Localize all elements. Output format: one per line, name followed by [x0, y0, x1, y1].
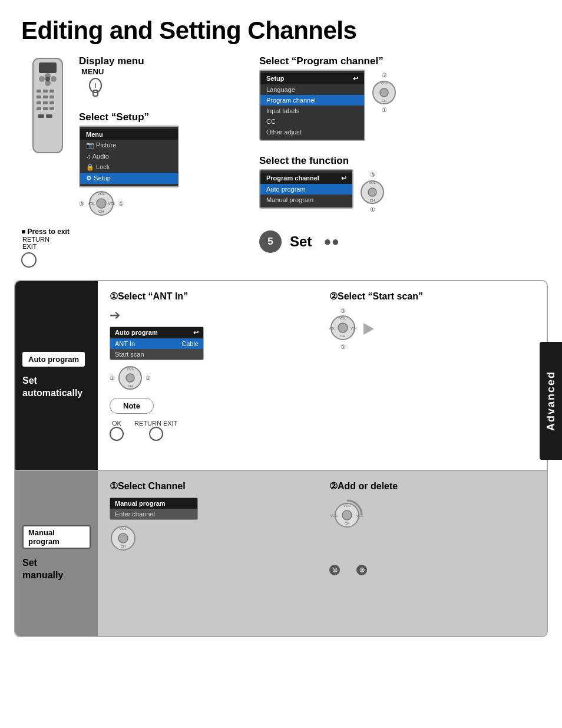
cursor-icon — [85, 77, 144, 101]
top-right: Select “Program channel” Setup ↩ Languag… — [259, 55, 530, 269]
svg-text:CH: CH — [345, 522, 350, 525]
program-channel-label: Select “Program channel” — [259, 55, 530, 67]
auto-step1: ①Select “ANT In” ➔ Auto program ↩ ANT In… — [110, 291, 315, 460]
svg-text:VOL: VOL — [356, 514, 364, 518]
manual-content: ①Select Channel Manual program Enter cha… — [98, 471, 547, 636]
manual-label-col: Manual program Setmanually — [15, 471, 98, 636]
dial-function: ③ VOL CH ① — [359, 172, 385, 213]
svg-point-6 — [45, 77, 50, 81]
bottom-section: Auto program Setautomatically ①Select “A… — [14, 280, 548, 637]
auto-step2-content: ③ VOL CH VOL VOL ① — [329, 308, 535, 350]
svg-point-2 — [39, 76, 45, 82]
svg-rect-1 — [39, 62, 57, 73]
svg-text:CH: CH — [121, 545, 126, 548]
auto-program-desc: Setautomatically — [22, 375, 82, 400]
top-left: Display menu MENU — [21, 55, 245, 269]
svg-rect-18 — [49, 107, 54, 110]
manual-circle-1: ① — [329, 565, 340, 575]
svg-text:VOL: VOL — [88, 202, 95, 206]
svg-point-35 — [368, 188, 376, 196]
dots-decoration: ●● — [323, 234, 339, 249]
svg-point-43 — [338, 323, 348, 332]
svg-rect-13 — [37, 101, 41, 104]
return-btn-circle — [149, 427, 163, 441]
svg-rect-19 — [38, 114, 44, 118]
manual-menu-title: Manual program — [110, 498, 197, 509]
svg-text:VOL: VOL — [120, 527, 127, 531]
ant-arrow: ➔ — [110, 308, 315, 323]
page-title: Editing and Setting Channels — [0, 0, 562, 55]
menu-item-auto-program: Auto program — [260, 184, 352, 195]
svg-point-25 — [97, 199, 106, 208]
exit-label: EXIT — [22, 243, 245, 250]
dial-setup: ③ VOL CH VOL VOL ① — [79, 190, 179, 217]
svg-text:VOL: VOL — [369, 181, 376, 185]
set-label: Set — [290, 233, 312, 250]
advanced-sidebar: Advanced — [540, 342, 562, 460]
manual-step1: ①Select Channel Manual program Enter cha… — [110, 480, 315, 627]
menu-ui-setup: Menu 📷 Picture ♫ Audio 🔒 Lock — [79, 126, 179, 187]
svg-rect-11 — [43, 95, 48, 98]
svg-text:CH: CH — [382, 99, 387, 103]
manual-program-badge: Manual program — [22, 525, 91, 549]
ok-btn-label: OK — [110, 420, 124, 427]
svg-text:VOL: VOL — [330, 514, 338, 518]
svg-text:CH: CH — [370, 199, 375, 202]
press-exit-label: ■ Press to exit — [21, 228, 245, 236]
svg-text:VOL: VOL — [339, 317, 347, 320]
menu-sublabel: MENU — [81, 67, 144, 76]
svg-point-4 — [51, 76, 57, 82]
step-select-setup: Select “Setup” Menu 📷 Picture ♫ Audio — [79, 111, 179, 217]
svg-rect-12 — [49, 95, 54, 98]
svg-point-31 — [380, 88, 388, 97]
menu-item-input-labels: Input labels — [260, 106, 364, 116]
manual-circles-row: ① ② — [329, 565, 535, 575]
note-box: Note — [110, 398, 154, 414]
step-blocks-left: Display menu MENU — [79, 55, 179, 217]
menu-item-setup: ⚙ Setup — [80, 173, 178, 184]
auto-program-badge: Auto program — [22, 352, 85, 367]
press-to-exit: ■ Press to exit RETURN EXIT — [21, 228, 245, 269]
manual-program-section: Manual program Setmanually ①Select Chann… — [15, 471, 547, 636]
svg-text:CH: CH — [128, 384, 133, 388]
ant-menu-title: Auto program ↩ — [110, 327, 203, 338]
auto-step2: ②Select “Start scan” ③ VOL CH VOL VOL — [329, 291, 535, 460]
svg-text:CH: CH — [340, 334, 346, 338]
menu-item-manual-program: Manual program — [260, 195, 352, 205]
auto-program-section: Auto program Setautomatically ①Select “A… — [15, 281, 547, 470]
step2-arrow — [363, 323, 374, 335]
svg-rect-9 — [49, 90, 54, 93]
menu-item-program-channel: Program channel — [260, 95, 364, 106]
manual-program-desc: Setmanually — [22, 557, 63, 582]
manual-menu: Manual program Enter channel — [110, 498, 198, 520]
menu-item-picture: 📷 Picture — [80, 140, 178, 151]
step-set: 5 Set ●● — [259, 230, 530, 253]
svg-text:VOL: VOL — [343, 504, 351, 508]
svg-text:VOL: VOL — [351, 327, 356, 330]
svg-point-53 — [342, 510, 352, 520]
return-btn-label: RETURN EXIT — [134, 420, 177, 427]
remote-container: Display menu MENU — [21, 55, 245, 217]
manual-step1-heading: ①Select Channel — [110, 480, 315, 492]
auto-step2-heading: ②Select “Start scan” — [329, 291, 535, 302]
step-select-function: Select the function Program channel ↩ Au… — [259, 155, 530, 213]
dial-program-channel: ③ VOL CH ① — [371, 72, 397, 113]
auto-step1-heading: ①Select “ANT In” — [110, 291, 315, 302]
exit-button-circle — [21, 252, 37, 268]
return-label: RETURN — [22, 236, 245, 243]
ant-in-row: ANT In Cable — [110, 338, 203, 349]
start-scan-row: Start scan — [110, 349, 203, 360]
svg-text:VOL: VOL — [108, 202, 115, 206]
menu-title-function: Program channel ↩ — [260, 173, 352, 184]
auto-content: ①Select “ANT In” ➔ Auto program ↩ ANT In… — [98, 281, 547, 470]
menu-item-language: Language — [260, 84, 364, 95]
menu-ui-function: Program channel ↩ Auto program Manual pr… — [259, 169, 353, 209]
svg-text:VOL: VOL — [329, 327, 336, 330]
manual-enter-channel: Enter channel — [110, 509, 197, 519]
svg-rect-16 — [37, 107, 41, 110]
advanced-label: Advanced — [545, 371, 557, 431]
remote-illustration — [21, 55, 74, 162]
ant-menu: Auto program ↩ ANT In Cable Start scan — [110, 327, 204, 360]
svg-rect-14 — [43, 101, 48, 104]
menu-item-cc: CC — [260, 116, 364, 127]
